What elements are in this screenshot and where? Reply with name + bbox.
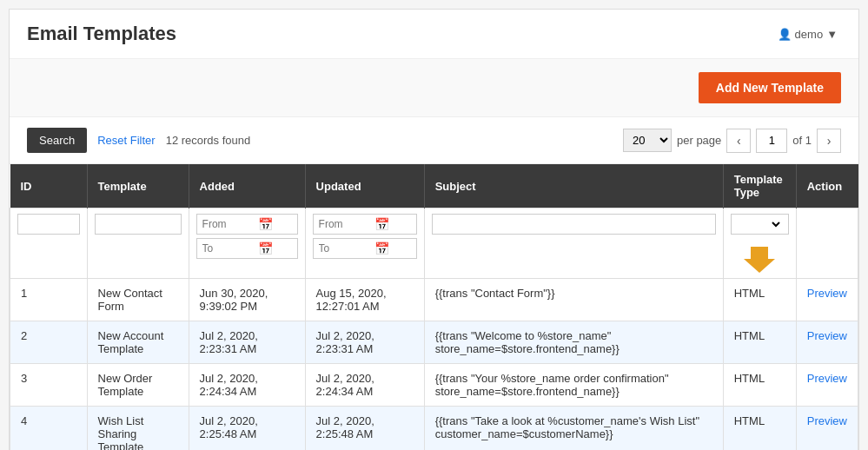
add-new-template-button[interactable]: Add New Template [699, 72, 841, 103]
cell-template: Wish List Sharing Template [87, 407, 189, 451]
cell-type: HTML [723, 321, 796, 364]
cell-updated: Jul 2, 2020, 2:24:34 AM [305, 364, 424, 407]
cell-type: HTML [723, 279, 796, 321]
per-page-label: per page [677, 134, 721, 147]
calendar-icon: 📅 [374, 217, 389, 231]
table-row: 4 Wish List Sharing Template Jul 2, 2020… [10, 407, 858, 451]
cell-added: Jun 30, 2020, 9:39:02 PM [189, 279, 305, 321]
cell-added: Jul 2, 2020, 2:23:31 AM [189, 321, 305, 364]
cell-template: New Account Template [87, 321, 189, 364]
page-title: Email Templates [27, 23, 176, 45]
preview-link[interactable]: Preview [807, 372, 847, 385]
table-row: 3 New Order Template Jul 2, 2020, 2:24:3… [10, 364, 858, 407]
cell-id: 3 [10, 364, 88, 407]
filter-type-select[interactable]: HTML Text [737, 217, 783, 231]
preview-link[interactable]: Preview [807, 414, 847, 427]
user-menu[interactable]: 👤 demo ▼ [778, 28, 841, 41]
cell-id: 4 [10, 407, 88, 451]
col-header-subject: Subject [424, 164, 723, 208]
prev-page-button[interactable]: ‹ [726, 129, 751, 153]
reset-filter-button[interactable]: Reset Filter [97, 134, 155, 147]
cell-type: HTML [723, 364, 796, 407]
table-row: 1 New Contact Form Jun 30, 2020, 9:39:02… [10, 279, 858, 321]
cell-updated: Jul 2, 2020, 2:23:31 AM [305, 321, 424, 364]
search-button[interactable]: Search [27, 128, 87, 153]
col-header-updated: Updated [305, 164, 424, 208]
calendar-icon: 📅 [258, 242, 273, 255]
calendar-icon: 📅 [258, 217, 273, 231]
table-row: 2 New Account Template Jul 2, 2020, 2:23… [10, 321, 858, 364]
user-icon: 👤 [778, 28, 792, 41]
cell-template: New Order Template [87, 364, 189, 407]
cell-template: New Contact Form [87, 279, 189, 321]
col-header-added: Added [189, 164, 305, 208]
page-of-label: of 1 [792, 134, 812, 147]
col-header-id: ID [10, 164, 88, 208]
cell-updated: Jul 2, 2020, 2:25:48 AM [305, 407, 424, 451]
col-header-action: Action [796, 164, 858, 208]
cell-subject: {{trans "Your %store_name order confirma… [424, 364, 723, 407]
next-page-button[interactable]: › [817, 129, 841, 153]
filter-id-input[interactable] [17, 214, 80, 235]
cell-added: Jul 2, 2020, 2:25:48 AM [189, 407, 305, 451]
chevron-down-icon: ▼ [826, 28, 838, 41]
page-number-input[interactable] [756, 129, 787, 153]
email-templates-table: ID Template Added Updated Subject Templa… [10, 164, 858, 450]
filter-subject-input[interactable] [432, 214, 716, 235]
cell-updated: Aug 15, 2020, 12:27:01 AM [305, 279, 424, 321]
user-name: demo [795, 28, 824, 41]
filter-added-to-input[interactable] [202, 242, 255, 255]
preview-link[interactable]: Preview [807, 287, 847, 300]
svg-marker-0 [744, 247, 775, 273]
col-header-template: Template [87, 164, 189, 208]
arrow-indicator-icon [744, 242, 775, 273]
filter-added-from-input[interactable] [202, 218, 255, 230]
cell-id: 2 [10, 321, 88, 364]
filter-template-input[interactable] [95, 214, 182, 235]
filter-row: 📅 📅 📅 [10, 208, 858, 279]
filter-updated-to-input[interactable] [319, 242, 371, 255]
cell-subject: {{trans "Take a look at %customer_name's… [424, 407, 723, 451]
calendar-icon: 📅 [374, 242, 389, 255]
col-header-template-type: TemplateType [723, 164, 796, 208]
preview-link[interactable]: Preview [807, 329, 847, 342]
cell-type: HTML [723, 407, 796, 451]
records-found: 12 records found [166, 134, 251, 147]
filter-updated-from-input[interactable] [319, 218, 371, 230]
per-page-select[interactable]: 20 50 100 [623, 129, 672, 152]
cell-subject: {{trans "Contact Form"}} [424, 279, 723, 321]
cell-subject: {{trans "Welcome to %store_name" store_n… [424, 321, 723, 364]
cell-id: 1 [10, 279, 88, 321]
cell-added: Jul 2, 2020, 2:24:34 AM [189, 364, 305, 407]
